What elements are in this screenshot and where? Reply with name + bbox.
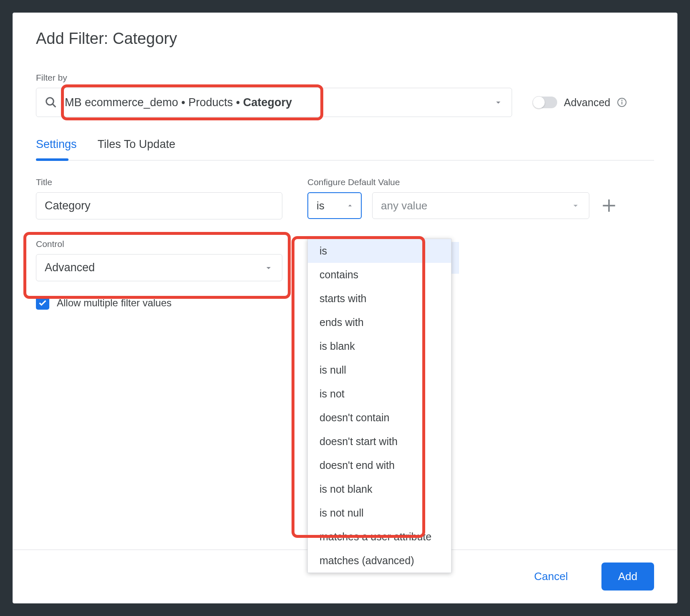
operator-select[interactable]: is	[307, 192, 362, 219]
dialog-title: Add Filter: Category	[36, 30, 654, 48]
operator-option[interactable]: is null	[308, 358, 451, 382]
operator-option[interactable]: doesn't start with	[308, 430, 451, 453]
advanced-toggle[interactable]	[533, 97, 557, 108]
operator-option[interactable]: is not	[308, 382, 451, 406]
tab-tiles-to-update[interactable]: Tiles To Update	[98, 138, 175, 160]
operator-value: is	[317, 199, 325, 212]
settings-left-column: Title Control Advanced	[36, 177, 282, 310]
operator-option[interactable]: ends with	[308, 311, 451, 334]
filter-by-label: Filter by	[36, 73, 654, 83]
configure-default-row: is any value	[307, 192, 654, 219]
cancel-button[interactable]: Cancel	[518, 563, 585, 591]
control-label: Control	[36, 239, 282, 249]
advanced-toggle-label: Advanced	[564, 97, 610, 109]
filter-by-select[interactable]: MB ecommerce_demo • Products • Category	[36, 88, 512, 117]
configure-default-label: Configure Default Value	[307, 177, 654, 187]
caret-up-icon	[346, 201, 354, 210]
operator-option[interactable]: matches (advanced)	[308, 549, 451, 573]
operator-option[interactable]: doesn't end with	[308, 453, 451, 477]
value-select[interactable]: any value	[372, 192, 589, 219]
operator-option[interactable]: contains	[308, 263, 451, 287]
add-condition-button[interactable]	[600, 196, 618, 215]
control-value: Advanced	[45, 261, 95, 274]
filter-by-path-prefix: MB ecommerce_demo • Products •	[65, 96, 243, 109]
allow-multiple-row: Allow multiple filter values	[36, 296, 282, 310]
chevron-down-icon	[493, 97, 503, 107]
operator-option[interactable]: is	[308, 239, 451, 263]
title-input[interactable]	[36, 192, 282, 219]
operator-option[interactable]: is not null	[308, 501, 451, 525]
control-select[interactable]: Advanced	[36, 254, 282, 281]
operator-option[interactable]: is not blank	[308, 477, 451, 501]
chevron-down-icon	[571, 201, 581, 211]
toggle-knob	[533, 96, 545, 109]
dialog-header: Add Filter: Category	[13, 13, 677, 48]
control-block: Control Advanced	[36, 236, 282, 281]
filter-by-input-wrap: MB ecommerce_demo • Products • Category	[36, 88, 512, 117]
allow-multiple-checkbox[interactable]	[36, 296, 49, 310]
value-placeholder: any value	[381, 199, 427, 212]
svg-point-0	[46, 98, 54, 105]
search-icon	[45, 96, 57, 109]
operator-option[interactable]: is blank	[308, 334, 451, 358]
tab-settings[interactable]: Settings	[36, 138, 77, 160]
operator-option[interactable]: doesn't contain	[308, 406, 451, 430]
tabs: Settings Tiles To Update	[36, 138, 654, 160]
filter-by-path: MB ecommerce_demo • Products • Category	[65, 96, 493, 109]
advanced-toggle-wrap: Advanced	[533, 97, 627, 109]
title-label: Title	[36, 177, 282, 187]
filter-by-path-field: Category	[243, 96, 292, 109]
filter-by-row: MB ecommerce_demo • Products • Category …	[36, 88, 654, 117]
operator-option[interactable]: starts with	[308, 287, 451, 311]
add-filter-dialog: Add Filter: Category Filter by MB ecomme…	[13, 13, 677, 603]
chevron-down-icon	[264, 263, 274, 273]
operator-dropdown: iscontainsstarts withends withis blankis…	[307, 239, 452, 573]
allow-multiple-label: Allow multiple filter values	[57, 297, 172, 309]
info-icon[interactable]	[617, 97, 627, 107]
svg-line-1	[53, 104, 56, 107]
add-button[interactable]: Add	[601, 563, 654, 591]
svg-point-4	[622, 100, 622, 100]
operator-option[interactable]: matches a user attribute	[308, 525, 451, 549]
